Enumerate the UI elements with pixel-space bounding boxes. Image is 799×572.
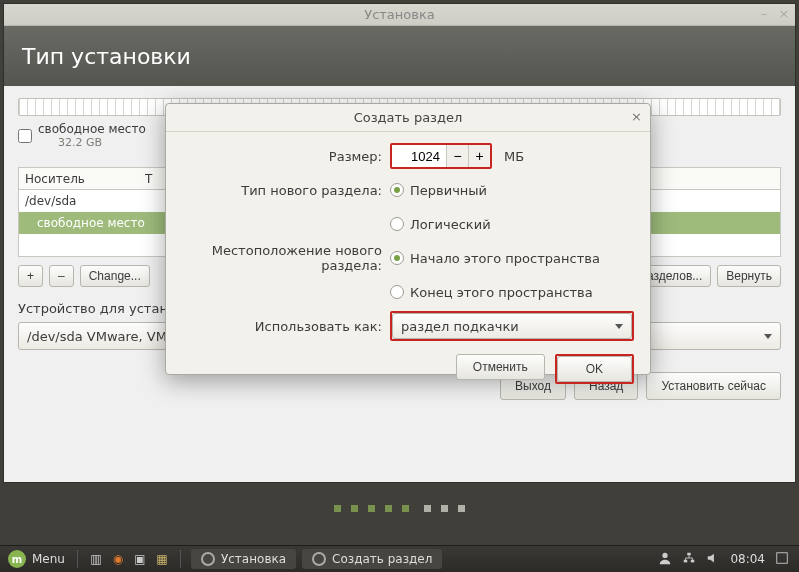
task-label: Установка bbox=[221, 552, 286, 566]
window-minimize-icon[interactable]: – bbox=[757, 6, 771, 20]
taskbar-task-dialog[interactable]: Создать раздел bbox=[302, 549, 442, 569]
create-partition-dialog: Создать раздел × Размер: − + МБ Тип ново… bbox=[165, 103, 651, 375]
radio-end-label: Конец этого пространства bbox=[410, 285, 593, 300]
revert-button[interactable]: Вернуть bbox=[717, 265, 781, 287]
svg-rect-1 bbox=[688, 552, 692, 555]
network-icon[interactable] bbox=[682, 551, 696, 568]
dialog-title: Создать раздел bbox=[354, 110, 463, 125]
size-label: Размер: bbox=[182, 149, 390, 164]
col-type: Т bbox=[145, 172, 152, 186]
location-label: Местоположение нового раздела: bbox=[182, 243, 390, 273]
svg-point-0 bbox=[663, 552, 668, 557]
window-titlebar: Установка – × bbox=[4, 4, 795, 26]
size-spinner: − + bbox=[390, 143, 492, 169]
svg-rect-4 bbox=[777, 552, 788, 563]
change-partition-button[interactable]: Change... bbox=[80, 265, 150, 287]
clock[interactable]: 08:04 bbox=[730, 552, 765, 566]
type-label: Тип нового раздела: bbox=[182, 183, 390, 198]
files-icon[interactable]: ▦ bbox=[154, 551, 170, 567]
radio-primary-label: Первичный bbox=[410, 183, 487, 198]
radio-logical-label: Логический bbox=[410, 217, 491, 232]
radio-location-end[interactable]: Конец этого пространства bbox=[390, 285, 593, 300]
taskbar-task-installer[interactable]: Установка bbox=[191, 549, 296, 569]
start-menu-button[interactable]: m Menu bbox=[0, 550, 73, 568]
radio-dot-icon bbox=[390, 251, 404, 265]
dialog-ok-button[interactable]: OK bbox=[557, 356, 632, 382]
use-as-label: Использовать как: bbox=[182, 319, 390, 334]
terminal-icon[interactable]: ▣ bbox=[132, 551, 148, 567]
free-space-label: свободное место bbox=[38, 122, 146, 136]
radio-dot-icon bbox=[390, 217, 404, 231]
svg-rect-2 bbox=[684, 559, 688, 562]
task-label: Создать раздел bbox=[332, 552, 432, 566]
start-menu-label: Menu bbox=[32, 552, 65, 566]
free-space-checkbox[interactable] bbox=[18, 129, 32, 143]
chevron-down-icon bbox=[764, 334, 772, 339]
show-desktop-icon[interactable]: ▥ bbox=[88, 551, 104, 567]
dialog-titlebar: Создать раздел × bbox=[166, 104, 650, 132]
dialog-task-icon bbox=[312, 552, 326, 566]
chevron-down-icon bbox=[615, 324, 623, 329]
use-as-select[interactable]: раздел подкачки bbox=[392, 313, 632, 339]
svg-rect-3 bbox=[691, 559, 695, 562]
radio-primary[interactable]: Первичный bbox=[390, 183, 487, 198]
system-tray: 08:04 bbox=[648, 551, 799, 568]
volume-icon[interactable] bbox=[706, 551, 720, 568]
page-title: Тип установки bbox=[22, 44, 191, 69]
remove-partition-button[interactable]: – bbox=[49, 265, 74, 287]
window-close-icon[interactable]: × bbox=[777, 6, 791, 20]
taskbar: m Menu ▥ ◉ ▣ ▦ Установка Создать раздел … bbox=[0, 545, 799, 572]
col-device: Носитель bbox=[25, 172, 145, 186]
size-input[interactable] bbox=[392, 145, 446, 167]
firefox-icon[interactable]: ◉ bbox=[110, 551, 126, 567]
radio-begin-label: Начало этого пространства bbox=[410, 251, 600, 266]
slideshow-dots bbox=[0, 500, 799, 515]
radio-dot-icon bbox=[390, 183, 404, 197]
radio-dot-icon bbox=[390, 285, 404, 299]
mint-logo-icon: m bbox=[8, 550, 26, 568]
quick-launch: ▥ ◉ ▣ ▦ bbox=[82, 551, 176, 567]
free-space-size: 32.2 GB bbox=[58, 136, 146, 149]
size-unit: МБ bbox=[504, 149, 524, 164]
dialog-close-icon[interactable]: × bbox=[631, 109, 642, 124]
window-title: Установка bbox=[364, 7, 435, 22]
dialog-cancel-button[interactable]: Отменить bbox=[456, 354, 545, 380]
tray-toggle-icon[interactable] bbox=[775, 551, 789, 568]
radio-location-begin[interactable]: Начало этого пространства bbox=[390, 251, 600, 266]
page-header: Тип установки bbox=[4, 26, 795, 86]
size-increment-button[interactable]: + bbox=[468, 145, 490, 167]
size-decrement-button[interactable]: − bbox=[446, 145, 468, 167]
user-icon[interactable] bbox=[658, 551, 672, 568]
install-now-button[interactable]: Установить сейчас bbox=[646, 372, 781, 400]
add-partition-button[interactable]: + bbox=[18, 265, 43, 287]
device-label: /dev/sda bbox=[25, 194, 76, 208]
radio-logical[interactable]: Логический bbox=[390, 217, 491, 232]
installer-task-icon bbox=[201, 552, 215, 566]
use-as-value: раздел подкачки bbox=[401, 319, 519, 334]
free-space-row-label: свободное место bbox=[25, 216, 145, 230]
